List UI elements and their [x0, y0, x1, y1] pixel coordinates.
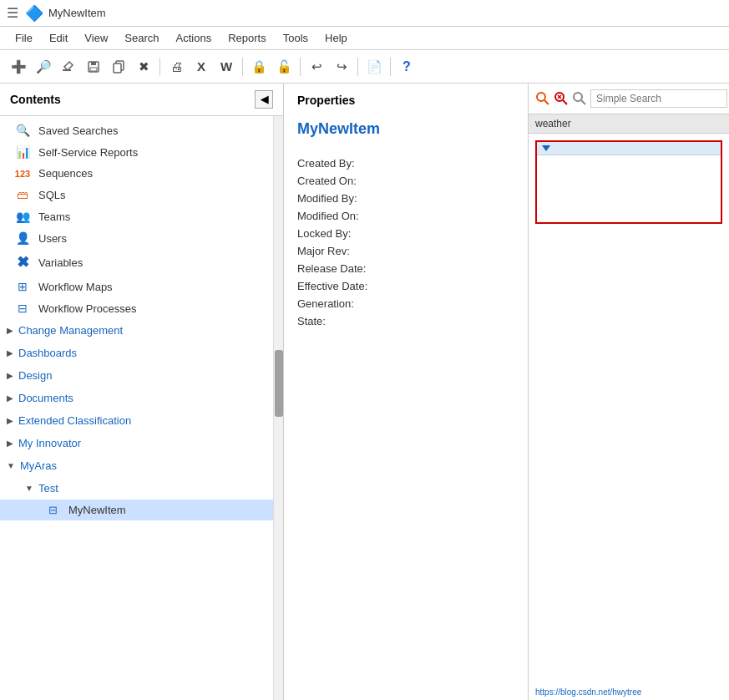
- app-title: MyNewItem: [48, 7, 106, 19]
- sidebar-group-change-management[interactable]: ▶ Change Management: [0, 319, 273, 342]
- redo-button[interactable]: ↪: [330, 55, 353, 79]
- chevron-right-icon: ▶: [7, 416, 13, 425]
- sidebar-item-self-service-reports[interactable]: 📊 Self-Service Reports: [0, 141, 273, 163]
- svg-rect-2: [91, 62, 96, 65]
- prop-release-date: Release Date:: [297, 260, 514, 277]
- excel-button[interactable]: X: [190, 55, 213, 79]
- effective-date-label: Effective Date:: [297, 280, 389, 292]
- edit-button[interactable]: [57, 55, 80, 79]
- design-label: Design: [18, 369, 52, 382]
- change-management-label: Change Management: [18, 324, 123, 337]
- help-button[interactable]: ?: [395, 55, 418, 79]
- word-button[interactable]: W: [215, 55, 238, 79]
- menu-edit[interactable]: Edit: [41, 28, 76, 48]
- extended-classification-label: Extended Classification: [18, 414, 131, 427]
- search-clear-icon[interactable]: [554, 87, 569, 110]
- sidebar-content: 🔍 Saved Searches 📊 Self-Service Reports …: [0, 116, 283, 700]
- sidebar-item-sqls[interactable]: 🗃 SQLs: [0, 184, 273, 205]
- prop-major-rev: Major Rev:: [297, 242, 514, 260]
- sidebar-item-teams[interactable]: 👥 Teams: [0, 205, 273, 227]
- search-empty-area: [537, 155, 721, 222]
- contents-label: Contents: [10, 93, 61, 106]
- variables-icon: ✖: [13, 253, 32, 271]
- sidebar-item-sequences[interactable]: 123 Sequences: [0, 163, 273, 184]
- sidebar-scroll-thumb[interactable]: [275, 350, 283, 417]
- sidebar-group-dashboards[interactable]: ▶ Dashboards: [0, 342, 273, 364]
- saved-searches-label: Saved Searches: [38, 124, 118, 137]
- simple-search-input[interactable]: [590, 89, 727, 108]
- lock-button[interactable]: 🔒: [247, 55, 271, 79]
- sidebar-header: Contents ◀: [0, 84, 283, 116]
- main-layout: Contents ◀ 🔍 Saved Searches 📊 Self-Servi…: [0, 84, 729, 700]
- prop-created-by: Created By:: [297, 155, 514, 172]
- chevron-right-icon: ▶: [7, 326, 13, 335]
- hamburger-menu[interactable]: ☰: [7, 5, 18, 21]
- created-by-label: Created By:: [297, 157, 389, 170]
- sidebar-group-myaras[interactable]: ▼ MyAras: [0, 454, 273, 477]
- toolbar-separator-4: [357, 58, 358, 76]
- menu-view[interactable]: View: [76, 28, 116, 48]
- search-run-icon[interactable]: [535, 87, 550, 110]
- search-dropdown-area: [535, 140, 722, 224]
- menu-tools[interactable]: Tools: [275, 28, 316, 48]
- chevron-right-icon: ▶: [7, 371, 13, 380]
- workflow-maps-label: Workflow Maps: [38, 281, 113, 293]
- sidebar-toggle-button[interactable]: ◀: [255, 90, 273, 109]
- unlock-button[interactable]: 🔓: [272, 55, 296, 79]
- menu-help[interactable]: Help: [316, 28, 356, 48]
- properties-title: Properties: [297, 94, 514, 107]
- search-button[interactable]: 🔎: [32, 55, 55, 79]
- my-innovator-label: My Innovator: [18, 437, 81, 449]
- sidebar-item-mynewitem[interactable]: ⊟ MyNewItem: [0, 500, 273, 520]
- print-button[interactable]: 🖨: [165, 55, 188, 79]
- undo-button[interactable]: ↩: [305, 55, 328, 79]
- search-toolbar: [529, 84, 729, 114]
- sidebar-group-test[interactable]: ▼ Test: [0, 477, 273, 500]
- chevron-right-icon: ▶: [7, 439, 13, 448]
- copy-button[interactable]: [107, 55, 130, 79]
- chevron-down-icon: ▼: [7, 461, 15, 470]
- title-bar: ☰ 🔷 MyNewItem: [0, 0, 729, 27]
- sidebar-item-workflow-maps[interactable]: ⊞ Workflow Maps: [0, 276, 273, 297]
- users-label: Users: [38, 232, 67, 245]
- release-date-label: Release Date:: [297, 262, 389, 275]
- prop-effective-date: Effective Date:: [297, 277, 514, 295]
- sidebar-item-saved-searches[interactable]: 🔍 Saved Searches: [0, 119, 273, 141]
- saved-searches-icon: 🔍: [13, 124, 32, 137]
- menu-file[interactable]: File: [7, 28, 41, 48]
- prop-modified-on: Modified On:: [297, 207, 514, 225]
- sidebar-group-documents[interactable]: ▶ Documents: [0, 387, 273, 409]
- menu-search[interactable]: Search: [116, 28, 167, 48]
- dropdown-arrow-icon[interactable]: [542, 145, 550, 151]
- sidebar-group-design[interactable]: ▶ Design: [0, 364, 273, 387]
- delete-button[interactable]: ✖: [132, 55, 155, 79]
- save-button[interactable]: [82, 55, 105, 79]
- sidebar-group-extended-classification[interactable]: ▶ Extended Classification: [0, 409, 273, 432]
- sidebar-item-workflow-processes[interactable]: ⊟ Workflow Processes: [0, 297, 273, 319]
- menu-reports[interactable]: Reports: [220, 28, 275, 48]
- chevron-right-icon: ▶: [7, 348, 13, 358]
- svg-rect-3: [90, 68, 97, 71]
- sidebar-group-my-innovator[interactable]: ▶ My Innovator: [0, 432, 273, 454]
- created-on-label: Created On:: [297, 175, 389, 187]
- sequences-icon: 123: [13, 169, 32, 179]
- prop-locked-by: Locked By:: [297, 225, 514, 242]
- mynewitem-label: MyNewItem: [68, 504, 126, 516]
- teams-icon: 👥: [13, 210, 32, 223]
- sidebar-list: 🔍 Saved Searches 📊 Self-Service Reports …: [0, 116, 273, 700]
- sidebar-scrollbar[interactable]: [273, 116, 283, 700]
- new-button[interactable]: ➕: [7, 55, 30, 79]
- weather-column-header: weather: [529, 114, 729, 134]
- sidebar-item-variables[interactable]: ✖ Variables: [0, 249, 273, 276]
- sequences-label: Sequences: [38, 167, 93, 180]
- clipboard-button[interactable]: 📄: [362, 55, 386, 79]
- sidebar-item-users[interactable]: 👤 Users: [0, 227, 273, 249]
- modified-by-label: Modified By:: [297, 192, 389, 205]
- search-config-icon[interactable]: [572, 87, 587, 110]
- menu-actions[interactable]: Actions: [168, 28, 220, 48]
- documents-label: Documents: [18, 392, 73, 404]
- toolbar-separator-5: [390, 58, 391, 76]
- svg-line-13: [581, 100, 585, 104]
- teams-label: Teams: [38, 211, 70, 223]
- mynewitem-icon: ⊟: [43, 504, 62, 516]
